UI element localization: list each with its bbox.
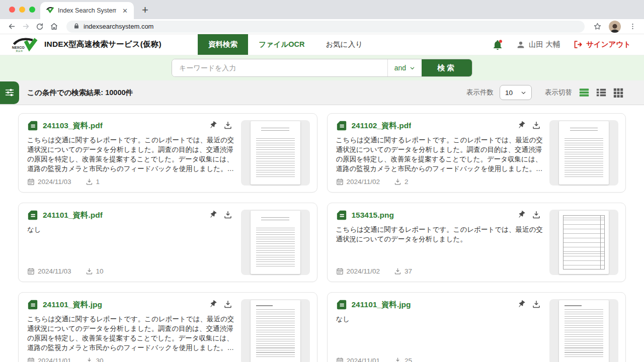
calendar-icon: [336, 357, 344, 362]
user-name: 山田 大輔: [529, 40, 560, 49]
download-icon[interactable]: [223, 210, 232, 221]
per-page-label: 表示件数: [466, 88, 494, 97]
calendar-icon: [336, 178, 344, 186]
search-bar: and 検索: [172, 59, 472, 77]
browser-tab[interactable]: Index Search System ✕: [40, 2, 134, 19]
nexco-logo: NEXCO 東日本: [11, 37, 39, 52]
download-count-icon: [86, 178, 93, 186]
pin-icon[interactable]: [517, 121, 526, 131]
download-count: 30: [96, 357, 104, 362]
calendar-icon: [27, 178, 35, 186]
file-name-link[interactable]: 241101_資料.pdf: [43, 210, 103, 221]
file-date: 2024/11/02: [347, 267, 380, 275]
browser-tab-strip: Index Search System ✕ +: [0, 0, 644, 19]
user-chip[interactable]: 山田 大輔: [516, 40, 560, 49]
tab-title: Index Search System: [58, 7, 116, 14]
file-thumbnail[interactable]: [549, 299, 618, 362]
calendar-icon: [27, 357, 35, 362]
download-count-icon: [394, 267, 401, 275]
calendar-icon: [336, 267, 344, 275]
chevron-down-icon: [521, 90, 526, 96]
tab-close-icon[interactable]: ✕: [120, 6, 130, 16]
minimize-window-button[interactable]: [19, 7, 25, 13]
nav-document-search[interactable]: 資料検索: [198, 34, 248, 55]
file-thumbnail[interactable]: [241, 120, 310, 186]
signout-icon: [573, 40, 583, 49]
file-name-link[interactable]: 241101_資料.jpg: [43, 300, 102, 310]
file-thumbnail[interactable]: [241, 210, 310, 275]
file-thumbnail[interactable]: [241, 299, 310, 362]
download-count: 2: [405, 178, 409, 186]
thumbnail-page: [251, 211, 300, 274]
view-toggle-group: [578, 86, 624, 99]
brand: NEXCO 東日本 INDEX型高速検索サービス(仮称): [0, 34, 162, 55]
file-icon: [27, 120, 38, 131]
keyword-input[interactable]: [172, 59, 387, 76]
per-page-select[interactable]: 10: [500, 85, 532, 100]
download-count-icon: [86, 267, 93, 275]
pin-icon[interactable]: [517, 210, 526, 221]
nav-favorites[interactable]: お気に入り: [315, 34, 373, 55]
download-icon[interactable]: [532, 121, 541, 131]
signout-button[interactable]: サインアウト: [573, 40, 631, 49]
reload-icon[interactable]: [33, 21, 46, 33]
file-thumbnail[interactable]: [549, 120, 618, 186]
thumbnail-page: [251, 121, 300, 185]
filter-panel-button[interactable]: [0, 81, 19, 104]
file-description: こちらは交通に関するレポートです。このレポートでは、最近の交通状況についてのデー…: [336, 225, 543, 244]
file-description: なし: [27, 225, 234, 235]
result-card: 241101_資料.jpg こちらは交通に関するレポートです。このレポートでは、…: [18, 292, 317, 362]
maximize-window-button[interactable]: [29, 7, 35, 13]
thumbnail-page: [559, 300, 609, 362]
file-date: 2024/11/01: [347, 357, 380, 362]
download-count-icon: [394, 178, 401, 186]
new-tab-button[interactable]: +: [142, 5, 148, 16]
forward-icon[interactable]: [19, 21, 32, 33]
operator-select[interactable]: and: [387, 59, 422, 76]
file-name-link[interactable]: 153415.png: [352, 211, 394, 220]
results-grid: 241103_資料.pdf こちらは交通に関するレポートです。このレポートでは、…: [0, 105, 644, 362]
file-date: 2024/11/02: [347, 178, 380, 186]
file-icon: [336, 210, 347, 221]
file-name-link[interactable]: 241103_資料.pdf: [43, 121, 103, 131]
nav-file-ocr[interactable]: ファイルOCR: [248, 34, 315, 55]
download-icon[interactable]: [532, 300, 541, 310]
download-icon[interactable]: [223, 300, 232, 310]
download-count: 25: [405, 357, 412, 362]
close-window-button[interactable]: [9, 7, 15, 13]
back-icon[interactable]: [5, 21, 18, 33]
bookmark-star-icon[interactable]: [591, 21, 604, 33]
view-list-icon[interactable]: [595, 86, 607, 99]
file-thumbnail[interactable]: [549, 210, 618, 275]
search-section: and 検索: [0, 55, 644, 80]
view-grid-icon[interactable]: [612, 86, 624, 99]
browser-menu-icon[interactable]: [626, 21, 639, 33]
notification-bell-icon[interactable]: [492, 39, 503, 51]
result-card: 241101_資料.jpg なし 2024/11/: [327, 292, 626, 362]
pin-icon[interactable]: [208, 300, 217, 310]
address-bar[interactable]: indexsearchsystem.com: [66, 21, 585, 33]
file-icon: [27, 210, 38, 221]
pin-icon[interactable]: [208, 210, 217, 221]
pin-icon[interactable]: [517, 300, 526, 310]
home-icon[interactable]: [47, 21, 60, 33]
browser-profile-avatar[interactable]: [609, 21, 621, 33]
file-name-link[interactable]: 241101_資料.jpg: [352, 300, 411, 310]
search-button[interactable]: 検索: [422, 59, 472, 76]
download-icon[interactable]: [532, 210, 541, 221]
thumbnail-page: [559, 211, 609, 274]
results-toolbar: この条件での検索結果: 10000件 表示件数 10 表示切替: [0, 80, 644, 105]
file-name-link[interactable]: 241102_資料.pdf: [352, 121, 412, 131]
download-icon[interactable]: [223, 121, 232, 131]
url-text: indexsearchsystem.com: [84, 23, 153, 30]
view-rows-icon[interactable]: [578, 86, 590, 99]
pin-icon[interactable]: [208, 121, 217, 131]
file-date: 2024/11/03: [38, 178, 71, 186]
user-icon: [516, 40, 525, 49]
download-count: 1: [96, 178, 100, 186]
favicon: [46, 6, 54, 16]
thumbnail-page: [251, 300, 300, 362]
header-right: 山田 大輔 サインアウト: [492, 34, 644, 55]
svg-text:東日本: 東日本: [16, 50, 23, 52]
file-description: なし: [336, 315, 543, 324]
